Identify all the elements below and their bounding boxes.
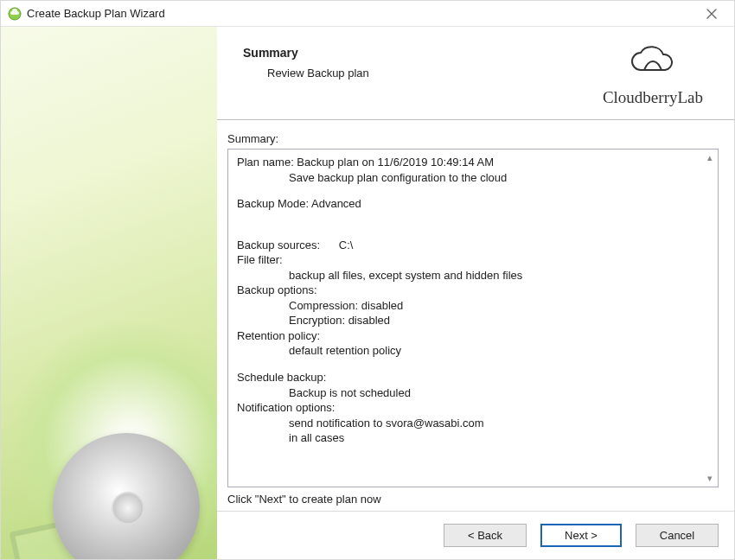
- wizard-body: Summary Review Backup plan CloudberryLab…: [1, 27, 734, 559]
- summary-textbox[interactable]: ▴ ▾ Plan name: Backup plan on 11/6/2019 …: [227, 149, 719, 487]
- summary-line: backup all files, except system and hidd…: [237, 268, 700, 283]
- content-area: Summary: ▴ ▾ Plan name: Backup plan on 1…: [217, 120, 734, 511]
- header-text: Summary Review Backup plan: [243, 46, 603, 80]
- decorative-disc-icon: [53, 433, 200, 559]
- summary-label: Summary:: [227, 132, 719, 145]
- summary-line: Backup is not scheduled: [237, 385, 700, 401]
- cancel-button[interactable]: Cancel: [636, 524, 719, 547]
- scroll-down-icon[interactable]: ▾: [703, 472, 716, 485]
- window-title: Create Backup Plan Wizard: [27, 7, 696, 20]
- titlebar: Create Backup Plan Wizard: [1, 1, 734, 27]
- summary-line: Backup sources: C:\: [237, 238, 700, 253]
- hint-text: Click "Next" to create plan now: [227, 493, 719, 506]
- next-button[interactable]: Next >: [540, 524, 622, 547]
- summary-line: Save backup plan configuration to the cl…: [237, 170, 700, 186]
- summary-line: Encryption: disabled: [237, 313, 700, 328]
- wizard-footer: < Back Next > Cancel: [217, 511, 734, 559]
- wizard-main: Summary Review Backup plan CloudberryLab…: [217, 27, 734, 559]
- summary-line: send notification to svora@wasabi.com: [237, 416, 700, 431]
- summary-line: Compression: disabled: [237, 298, 700, 314]
- summary-line: Backup Mode: Advanced: [237, 196, 700, 212]
- wizard-window: Create Backup Plan Wizard Summary Review…: [0, 0, 735, 560]
- close-button[interactable]: [696, 2, 727, 26]
- page-subtitle: Review Backup plan: [243, 67, 603, 80]
- summary-line: default retention policy: [237, 343, 700, 359]
- back-button[interactable]: < Back: [444, 524, 527, 547]
- wizard-header: Summary Review Backup plan CloudberryLab: [217, 27, 734, 120]
- summary-line: in all cases: [237, 430, 700, 446]
- brand-logo-icon: [625, 46, 681, 82]
- brand: CloudberryLab: [603, 46, 708, 107]
- summary-line: Retention policy:: [237, 328, 700, 344]
- summary-line: Schedule backup:: [237, 370, 700, 385]
- summary-line: Plan name: Backup plan on 11/6/2019 10:4…: [237, 155, 700, 170]
- page-title: Summary: [243, 46, 603, 60]
- summary-line: Notification options:: [237, 400, 700, 416]
- wizard-sidebar: [1, 27, 217, 559]
- brand-name: CloudberryLab: [603, 88, 703, 107]
- summary-line: File filter:: [237, 252, 700, 268]
- scroll-up-icon[interactable]: ▴: [703, 151, 716, 164]
- app-icon: [8, 7, 22, 21]
- summary-line: Backup options:: [237, 283, 700, 298]
